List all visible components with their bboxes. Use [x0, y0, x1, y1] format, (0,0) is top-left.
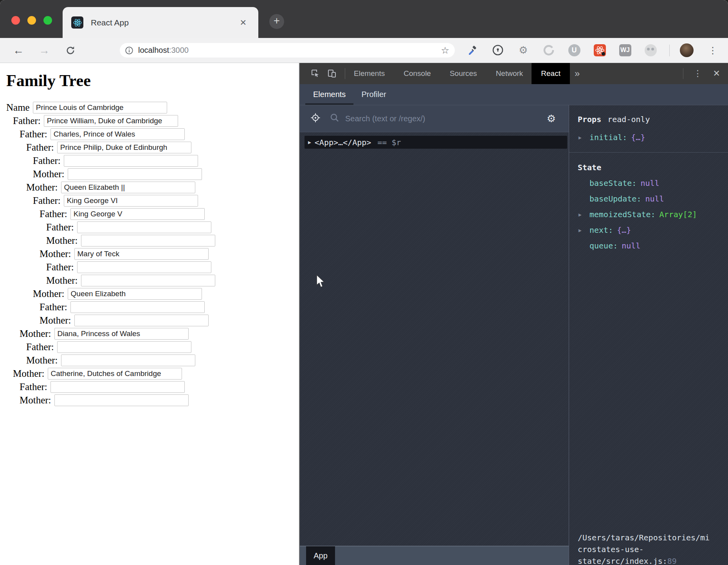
devtools-toolbar-right: ⋮ ✕ [683, 68, 728, 79]
state-section: State baseState:nullbaseUpdate:null▶memo… [569, 153, 728, 254]
family-input[interactable] [81, 235, 215, 247]
family-input[interactable] [64, 155, 198, 167]
family-label: Father: [40, 209, 67, 220]
bookmark-star-icon[interactable]: ☆ [441, 45, 449, 56]
ublock-extension-icon[interactable]: U [568, 43, 581, 57]
family-input[interactable] [70, 301, 205, 313]
wsj-extension-icon[interactable]: WJ [618, 43, 632, 57]
eyedropper-extension-icon[interactable] [466, 43, 479, 57]
props-mode: read-only [607, 115, 650, 124]
family-input[interactable] [61, 182, 195, 193]
inspect-element-icon[interactable] [309, 67, 322, 80]
family-input[interactable] [54, 328, 189, 340]
expand-arrow-icon[interactable]: ▶ [578, 227, 582, 233]
devtools-tab-sources[interactable]: Sources [450, 63, 477, 84]
devtools-tab-console[interactable]: Console [404, 63, 431, 84]
react-panel-tab-profiler[interactable]: Profiler [353, 84, 394, 105]
onepassword-extension-icon[interactable] [491, 43, 505, 57]
inspector-row-initial[interactable]: ▶initial:{…} [578, 130, 725, 145]
family-input[interactable] [74, 248, 209, 260]
state-header: State [578, 164, 725, 171]
family-input[interactable] [33, 102, 167, 113]
family-input[interactable] [64, 195, 198, 207]
family-input[interactable] [48, 368, 182, 380]
inspector-value: {…} [631, 133, 645, 142]
devtools-menu-icon[interactable]: ⋮ [694, 68, 702, 79]
family-row: Father: [5, 261, 299, 273]
breadcrumb-app[interactable]: App [306, 546, 335, 565]
devtools-tab-network[interactable]: Network [496, 63, 523, 84]
search-icon [330, 113, 340, 124]
tab-title: React App [91, 18, 129, 27]
family-input[interactable] [61, 354, 195, 366]
settings-gear-icon[interactable]: ⚙ [547, 113, 556, 124]
inspector-row-memoizedState[interactable]: ▶memoizedState:Array[2] [578, 207, 725, 222]
close-window-button[interactable] [11, 16, 20, 25]
family-input[interactable] [70, 208, 205, 220]
family-row: Mother: [5, 235, 299, 247]
loop-extension-icon[interactable] [542, 43, 555, 57]
address-bar[interactable]: localhost:3000 ☆ [120, 43, 455, 58]
browser-menu-icon[interactable]: ⋮ [707, 43, 719, 57]
minimize-window-button[interactable] [27, 16, 36, 25]
search-input[interactable] [345, 114, 547, 123]
family-input[interactable] [44, 115, 178, 127]
expand-arrow-icon[interactable]: ▶ [578, 135, 582, 140]
family-label: Father: [46, 262, 74, 273]
devtools-tabs: ElementsConsoleSourcesNetworkReact [354, 63, 570, 84]
family-input[interactable] [68, 288, 202, 300]
new-tab-button[interactable]: + [269, 14, 284, 29]
family-row: Father: [5, 208, 299, 220]
ember-extension-icon[interactable] [644, 43, 657, 57]
inspector-key: next: [589, 225, 613, 235]
react-favicon-icon [71, 16, 83, 29]
more-tabs-icon[interactable]: » [575, 68, 580, 79]
page-title: Family Tree [6, 71, 299, 90]
profile-avatar[interactable] [680, 43, 694, 57]
back-button[interactable]: ← [11, 38, 26, 63]
family-input[interactable] [50, 128, 185, 140]
inspector-row-next[interactable]: ▶next:{…} [578, 222, 725, 238]
family-input[interactable] [81, 275, 215, 286]
state-title: State [578, 163, 601, 172]
browser-tab[interactable]: React App ✕ [63, 7, 258, 38]
react-devtools-extension-icon[interactable] [593, 43, 606, 57]
devtools-tab-elements[interactable]: Elements [354, 63, 385, 84]
family-row: Father: [5, 195, 299, 207]
expand-arrow-icon[interactable]: ▶ [578, 212, 582, 218]
zoom-window-button[interactable] [43, 16, 52, 25]
settings-gear-extension-icon[interactable]: ⚙ [517, 43, 530, 57]
state-rows: baseState:nullbaseUpdate:null▶memoizedSt… [578, 175, 725, 254]
selected-component-row[interactable]: ▶ <App>…</App> == $r [305, 136, 567, 149]
device-toolbar-icon[interactable] [325, 67, 339, 80]
family-label: Mother: [40, 248, 71, 259]
props-header: Propsread-only [578, 115, 725, 123]
source-file-link[interactable]: /Users/taras/Repositories/mi crostates-u… [578, 532, 726, 565]
devtools-tab-react[interactable]: React [532, 63, 570, 84]
family-label: Father: [26, 142, 54, 153]
reload-button[interactable] [63, 38, 78, 63]
family-input[interactable] [54, 394, 189, 406]
family-input[interactable] [50, 381, 185, 393]
family-row: Father: [5, 221, 299, 233]
family-input[interactable] [74, 315, 209, 326]
family-input[interactable] [68, 168, 202, 180]
source-path-line: crostates-use- [578, 545, 644, 554]
site-info-icon[interactable] [125, 46, 133, 55]
family-input[interactable] [77, 261, 211, 273]
component-inspector: Propsread-only ▶initial:{…} State baseSt… [569, 105, 728, 565]
forward-button[interactable]: → [36, 38, 52, 63]
family-label: Mother: [13, 368, 45, 379]
web-page: Family Tree NameFather:Father:Father:Fat… [0, 63, 299, 565]
select-element-crosshair-icon[interactable] [310, 112, 321, 125]
family-input[interactable] [57, 142, 191, 153]
family-input[interactable] [77, 221, 211, 233]
react-panel-tab-elements[interactable]: Elements [305, 84, 353, 105]
url-port: :3000 [169, 46, 189, 55]
devtools-close-icon[interactable]: ✕ [713, 68, 720, 79]
family-row: Father: [5, 128, 299, 140]
family-label: Mother: [26, 182, 58, 193]
expand-arrow-icon[interactable]: ▶ [308, 139, 311, 145]
tab-close-icon[interactable]: ✕ [240, 18, 247, 27]
family-input[interactable] [57, 341, 191, 353]
